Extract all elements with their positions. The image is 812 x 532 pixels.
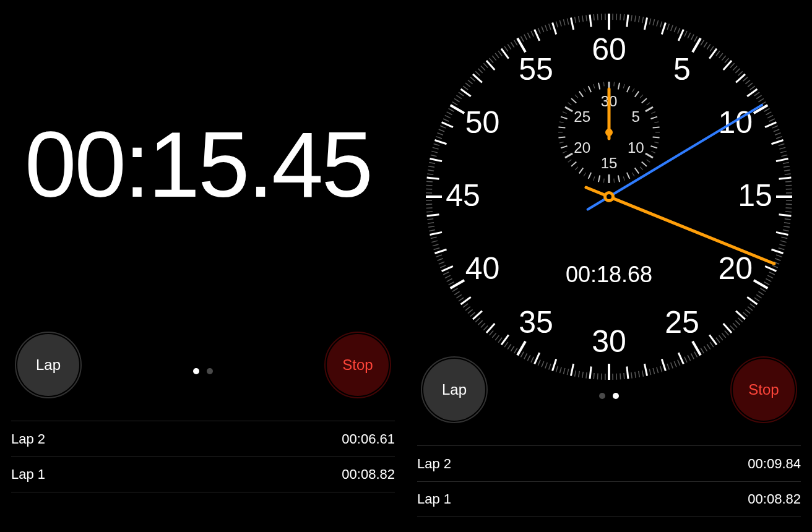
svg-line-52 bbox=[766, 112, 771, 115]
stopwatch-analog-pane: 60510152025303540455055 30510152025 00:1… bbox=[406, 0, 812, 532]
svg-line-228 bbox=[426, 185, 433, 186]
svg-line-181 bbox=[498, 338, 502, 343]
svg-line-43 bbox=[748, 83, 753, 87]
svg-line-68 bbox=[784, 170, 790, 171]
svg-line-39 bbox=[738, 71, 742, 75]
lap-button[interactable]: Lap bbox=[423, 359, 485, 421]
svg-line-97 bbox=[767, 275, 773, 278]
svg-line-237 bbox=[431, 151, 438, 152]
svg-line-8 bbox=[639, 16, 640, 22]
svg-line-294 bbox=[586, 15, 587, 21]
lap-label: Lap 2 bbox=[11, 431, 45, 447]
svg-line-35 bbox=[723, 61, 732, 70]
lap-list: Lap 2 00:09.84 Lap 1 00:08.82 bbox=[417, 445, 801, 517]
svg-line-81 bbox=[785, 219, 791, 220]
svg-line-119 bbox=[716, 338, 720, 343]
svg-line-213 bbox=[431, 241, 438, 242]
svg-line-269 bbox=[498, 51, 502, 56]
svg-line-114 bbox=[730, 325, 735, 330]
svg-line-67 bbox=[784, 166, 790, 168]
svg-line-234 bbox=[429, 163, 435, 164]
svg-line-15 bbox=[662, 22, 665, 34]
svg-line-287 bbox=[559, 20, 561, 27]
svg-line-261 bbox=[475, 71, 480, 75]
svg-line-53 bbox=[767, 115, 773, 118]
lap-list: Lap 2 00:06.61 Lap 1 00:08.82 bbox=[11, 421, 395, 492]
svg-line-79 bbox=[785, 212, 792, 212]
svg-line-7 bbox=[635, 15, 636, 22]
svg-line-327 bbox=[653, 127, 660, 127]
lap-time: 00:09.84 bbox=[748, 456, 801, 472]
svg-line-84 bbox=[783, 230, 789, 231]
svg-line-33 bbox=[722, 56, 725, 61]
analog-digital-readout: 00:18.68 bbox=[566, 262, 652, 288]
svg-line-13 bbox=[657, 20, 659, 27]
svg-line-24 bbox=[694, 36, 698, 42]
svg-line-258 bbox=[468, 80, 473, 84]
svg-line-182 bbox=[495, 335, 499, 340]
page-indicator[interactable] bbox=[599, 393, 619, 399]
svg-line-357 bbox=[558, 137, 565, 137]
svg-line-36 bbox=[730, 63, 735, 67]
svg-line-253 bbox=[456, 95, 461, 99]
lap-label: Lap 1 bbox=[417, 491, 451, 507]
svg-line-250 bbox=[451, 105, 465, 113]
svg-line-206 bbox=[440, 265, 446, 268]
svg-line-236 bbox=[431, 155, 437, 156]
svg-text:15: 15 bbox=[738, 178, 772, 213]
svg-line-72 bbox=[785, 185, 792, 186]
lap-button[interactable]: Lap bbox=[17, 334, 79, 396]
svg-line-103 bbox=[756, 294, 761, 298]
svg-line-256 bbox=[463, 86, 468, 90]
svg-line-271 bbox=[504, 46, 508, 51]
svg-line-218 bbox=[428, 223, 434, 223]
svg-line-246 bbox=[443, 119, 449, 121]
svg-line-99 bbox=[764, 282, 770, 285]
svg-line-231 bbox=[427, 174, 433, 174]
lap-button-label: Lap bbox=[442, 381, 467, 398]
svg-line-272 bbox=[508, 44, 511, 49]
svg-line-51 bbox=[764, 108, 770, 111]
svg-line-29 bbox=[710, 46, 714, 51]
svg-line-61 bbox=[779, 144, 785, 145]
analog-dial[interactable]: 60510152025303540455055 30510152025 00:1… bbox=[423, 11, 795, 382]
svg-line-238 bbox=[433, 147, 439, 149]
svg-text:10: 10 bbox=[719, 105, 753, 140]
svg-line-190 bbox=[473, 311, 482, 319]
svg-line-268 bbox=[495, 53, 499, 58]
svg-text:35: 35 bbox=[519, 305, 553, 340]
svg-text:60: 60 bbox=[592, 32, 626, 67]
svg-line-280 bbox=[535, 30, 540, 41]
svg-line-259 bbox=[470, 77, 475, 82]
stop-button[interactable]: Stop bbox=[733, 359, 795, 421]
svg-line-4 bbox=[624, 14, 624, 20]
svg-line-123 bbox=[704, 346, 707, 351]
svg-text:50: 50 bbox=[465, 105, 500, 140]
svg-line-9 bbox=[642, 17, 644, 23]
svg-line-284 bbox=[549, 24, 551, 29]
svg-line-184 bbox=[490, 331, 494, 336]
svg-line-276 bbox=[520, 36, 524, 42]
svg-point-384 bbox=[607, 194, 611, 199]
svg-line-199 bbox=[452, 288, 458, 291]
page-indicator[interactable] bbox=[193, 368, 213, 374]
svg-line-112 bbox=[735, 320, 740, 325]
svg-line-296 bbox=[594, 14, 594, 20]
svg-line-197 bbox=[456, 294, 461, 298]
svg-line-96 bbox=[769, 272, 775, 275]
svg-line-212 bbox=[433, 244, 439, 246]
svg-line-243 bbox=[439, 129, 444, 132]
svg-line-214 bbox=[431, 237, 437, 238]
lap-row: Lap 2 00:06.61 bbox=[11, 421, 395, 457]
lap-row: Lap 1 00:08.82 bbox=[417, 481, 801, 517]
svg-line-173 bbox=[524, 353, 527, 359]
svg-line-219 bbox=[427, 219, 433, 220]
svg-line-14 bbox=[660, 22, 662, 28]
svg-text:10: 10 bbox=[628, 139, 644, 156]
svg-line-88 bbox=[779, 244, 785, 246]
stop-button[interactable]: Stop bbox=[327, 334, 389, 396]
svg-line-26 bbox=[701, 40, 704, 46]
svg-line-329 bbox=[653, 137, 660, 137]
svg-line-92 bbox=[775, 259, 780, 260]
svg-line-372 bbox=[603, 82, 604, 86]
